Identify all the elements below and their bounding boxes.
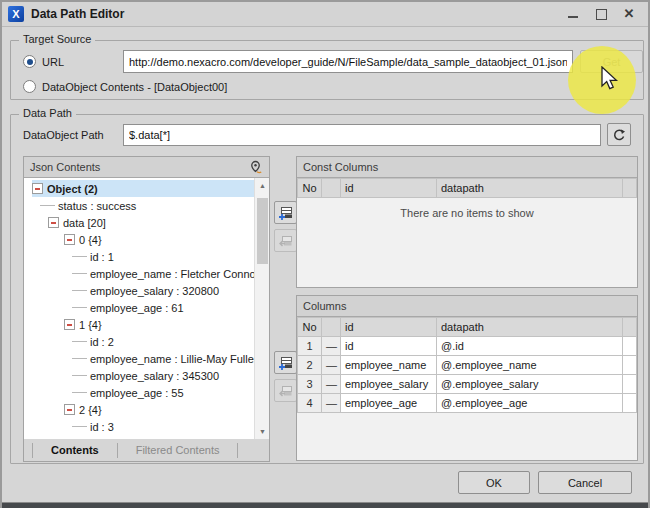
get-button[interactable]: Get — [580, 50, 643, 73]
cell-datapath[interactable]: @.id — [437, 337, 623, 356]
cell-id[interactable]: employee_age — [341, 394, 437, 413]
cell-id[interactable]: id — [341, 337, 437, 356]
close-icon[interactable]: ✕ — [622, 7, 636, 21]
json-tree: Object (2)status : successdata [20]0 {4}… — [24, 178, 254, 439]
cell-dash[interactable]: — — [322, 337, 341, 356]
tree-item-label: employee_name : Fletcher Connolly — [90, 268, 254, 280]
ok-button[interactable]: OK — [458, 471, 530, 494]
contents-tabbar: ContentsFiltered Contents — [24, 439, 269, 461]
column-header[interactable] — [322, 318, 341, 337]
add-column-button[interactable] — [274, 351, 297, 374]
column-header[interactable] — [623, 179, 637, 198]
tab-contents[interactable]: Contents — [32, 443, 117, 458]
const-columns-title: Const Columns — [303, 161, 378, 173]
tree-item[interactable]: employee_age : 55 — [24, 384, 254, 401]
cell-no[interactable]: 4 — [298, 394, 322, 413]
tree-item[interactable]: employee_salary : 345300 — [24, 367, 254, 384]
tree-item[interactable]: data [20] — [24, 214, 254, 231]
remove-row-icon — [278, 233, 294, 249]
data-path-group: Data Path DataObject Path Json Contents … — [10, 114, 644, 464]
const-columns-header: Const Columns — [297, 157, 637, 178]
tree-connector — [72, 273, 87, 274]
cell-no[interactable]: 2 — [298, 356, 322, 375]
json-contents-panel: Json Contents Object (2)status : success… — [23, 156, 270, 462]
cell-id[interactable]: employee_name — [341, 356, 437, 375]
scroll-down-icon[interactable]: ▼ — [255, 424, 269, 439]
tree-connector — [72, 358, 87, 359]
tree-item[interactable]: employee_name : Fletcher Connolly — [24, 265, 254, 282]
cancel-button[interactable]: Cancel — [538, 471, 632, 494]
column-header[interactable]: datapath — [437, 179, 623, 198]
column-row[interactable]: 4—employee_age@.employee_age — [298, 394, 637, 413]
tree-item[interactable]: 1 {4} — [24, 316, 254, 333]
tree-collapse-icon[interactable] — [64, 319, 75, 330]
tree-item-label: status : success — [58, 200, 136, 212]
tree-connector — [72, 341, 87, 342]
cell-datapath[interactable]: @.employee_age — [437, 394, 623, 413]
cell-datapath[interactable]: @.employee_name — [437, 356, 623, 375]
tree-item[interactable]: employee_name : Lillie-May Fuller — [24, 350, 254, 367]
cell-dash[interactable]: — — [322, 375, 341, 394]
cell-datapath[interactable]: @.employee_salary — [437, 375, 623, 394]
url-radio[interactable]: URL — [23, 55, 64, 68]
scroll-up-icon[interactable]: ▲ — [255, 178, 269, 193]
target-source-label: Target Source — [19, 33, 95, 45]
scrollbar-thumb[interactable] — [257, 198, 268, 264]
tree-connector — [72, 307, 87, 308]
cell-dash[interactable]: — — [322, 356, 341, 375]
column-header[interactable]: id — [341, 179, 437, 198]
tree-item-label: employee_salary : 320800 — [90, 285, 219, 297]
window-title: Data Path Editor — [31, 7, 124, 21]
tree-item[interactable]: status : success — [24, 197, 254, 214]
tree-item[interactable]: id : 3 — [24, 418, 254, 435]
tree-collapse-icon[interactable] — [32, 183, 43, 194]
column-header[interactable]: No — [298, 318, 322, 337]
empty-message: There are no items to show — [297, 198, 637, 219]
column-header[interactable]: id — [341, 318, 437, 337]
tree-item[interactable]: id : 1 — [24, 248, 254, 265]
column-header[interactable]: No — [298, 179, 322, 198]
cell-no[interactable]: 1 — [298, 337, 322, 356]
columns-header: Columns — [297, 296, 637, 317]
tree-scrollbar[interactable]: ▲ ▼ — [254, 178, 269, 439]
tree-item[interactable]: Object (2) — [24, 180, 254, 197]
dataobject-radio[interactable]: DataObject Contents - [DataObject00] — [23, 80, 227, 93]
pin-icon[interactable] — [248, 160, 263, 175]
cell-dash[interactable]: — — [322, 394, 341, 413]
tree-collapse-icon[interactable] — [64, 234, 75, 245]
column-header[interactable]: datapath — [437, 318, 623, 337]
tree-item-label: employee_name : Lillie-May Fuller — [90, 353, 254, 365]
column-header[interactable] — [322, 179, 341, 198]
remove-column-button[interactable] — [274, 379, 297, 402]
remove-const-column-button[interactable] — [274, 229, 297, 252]
minimize-icon[interactable] — [566, 7, 580, 21]
tree-item[interactable]: 0 {4} — [24, 231, 254, 248]
tree-item[interactable]: id : 2 — [24, 333, 254, 350]
column-row[interactable]: 1—id@.id — [298, 337, 637, 356]
tree-item[interactable]: employee_salary : 320800 — [24, 282, 254, 299]
tree-item[interactable]: 2 {4} — [24, 401, 254, 418]
column-row[interactable]: 2—employee_name@.employee_name — [298, 356, 637, 375]
tree-connector — [72, 392, 87, 393]
column-row[interactable]: 3—employee_salary@.employee_salary — [298, 375, 637, 394]
cell-id[interactable]: employee_salary — [341, 375, 437, 394]
maximize-icon[interactable] — [594, 7, 608, 21]
url-input[interactable] — [123, 50, 573, 73]
tree-connector — [72, 290, 87, 291]
titlebar: X Data Path Editor ✕ — [2, 2, 648, 27]
add-const-column-button[interactable] — [274, 201, 297, 224]
column-header[interactable] — [623, 318, 637, 337]
dataobject-radio-label: DataObject Contents - [DataObject00] — [42, 81, 227, 93]
dataobject-path-input[interactable] — [123, 124, 601, 146]
tab-filtered-contents[interactable]: Filtered Contents — [117, 443, 239, 458]
target-source-group: Target Source URL Get DataObject Content… — [10, 40, 644, 100]
tree-collapse-icon[interactable] — [48, 217, 59, 228]
cell-no[interactable]: 3 — [298, 375, 322, 394]
tree-item-label: 1 {4} — [79, 319, 102, 331]
app-logo-icon: X — [8, 6, 24, 22]
radio-selected-icon[interactable] — [23, 55, 36, 68]
tree-item[interactable]: employee_age : 61 — [24, 299, 254, 316]
tree-collapse-icon[interactable] — [64, 404, 75, 415]
radio-unselected-icon[interactable] — [23, 80, 36, 93]
refresh-button[interactable] — [607, 123, 631, 146]
